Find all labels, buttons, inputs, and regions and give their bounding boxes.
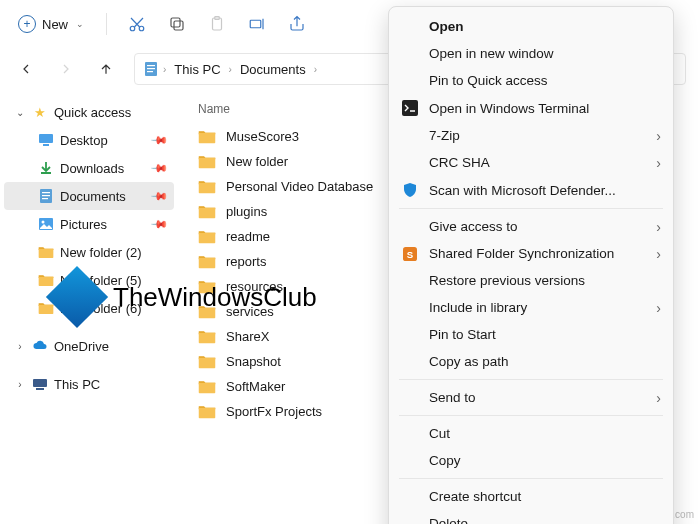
paste-button[interactable] bbox=[199, 6, 235, 42]
terminal-icon bbox=[401, 100, 419, 116]
desktop-icon bbox=[38, 132, 54, 148]
menu-item[interactable]: Copy bbox=[389, 447, 673, 474]
file-name: MuseScore3 bbox=[226, 129, 299, 144]
svg-rect-17 bbox=[402, 100, 418, 116]
menu-item[interactable]: CRC SHA bbox=[389, 149, 673, 176]
download-icon bbox=[38, 160, 54, 176]
file-name: SportFx Projects bbox=[226, 404, 322, 419]
sidebar-item-folder[interactable]: New folder (5) bbox=[4, 266, 174, 294]
svg-rect-10 bbox=[250, 20, 261, 28]
documents-icon bbox=[38, 188, 54, 204]
sidebar-item-documents[interactable]: Documents 📌 bbox=[4, 182, 174, 210]
folder-icon bbox=[38, 244, 54, 260]
menu-item-label: CRC SHA bbox=[429, 155, 490, 170]
file-name: SoftMaker bbox=[226, 379, 285, 394]
rename-button[interactable] bbox=[239, 6, 275, 42]
menu-item[interactable]: Give access to bbox=[389, 213, 673, 240]
shield-icon bbox=[401, 182, 419, 198]
breadcrumb-current[interactable]: Documents bbox=[236, 60, 310, 79]
menu-item[interactable]: Cut bbox=[389, 420, 673, 447]
cut-button[interactable] bbox=[119, 6, 155, 42]
menu-item[interactable]: Send to bbox=[389, 384, 673, 411]
menu-item-label: Open in Windows Terminal bbox=[429, 101, 589, 116]
menu-item[interactable]: Open in Windows Terminal bbox=[389, 94, 673, 122]
star-icon: ★ bbox=[32, 104, 48, 120]
cloud-icon bbox=[32, 338, 48, 354]
menu-item[interactable]: Create shortcut bbox=[389, 483, 673, 510]
sync-icon: S bbox=[401, 247, 419, 261]
menu-item[interactable]: Copy as path bbox=[389, 348, 673, 375]
menu-item-label: Copy bbox=[429, 453, 461, 468]
menu-item-label: Shared Folder Synchronization bbox=[429, 246, 614, 261]
location-icon bbox=[143, 61, 159, 77]
menu-item-label: Open bbox=[429, 19, 464, 34]
chevron-right-icon: › bbox=[314, 64, 317, 75]
forward-button[interactable] bbox=[48, 51, 84, 87]
file-name: Snapshot bbox=[226, 354, 281, 369]
folder-icon bbox=[198, 179, 216, 194]
menu-item-label: Pin to Start bbox=[429, 327, 496, 342]
menu-item-label: Pin to Quick access bbox=[429, 73, 548, 88]
menu-item[interactable]: Open bbox=[389, 13, 673, 40]
svg-rect-12 bbox=[43, 144, 49, 146]
menu-item[interactable]: Restore previous versions bbox=[389, 267, 673, 294]
context-menu: OpenOpen in new windowPin to Quick acces… bbox=[388, 6, 674, 524]
file-name: plugins bbox=[226, 204, 267, 219]
folder-icon bbox=[38, 300, 54, 316]
folder-icon bbox=[198, 354, 216, 369]
expand-icon[interactable]: › bbox=[14, 341, 26, 352]
menu-item[interactable]: Pin to Start bbox=[389, 321, 673, 348]
sidebar-item-folder[interactable]: New folder (6) bbox=[4, 294, 174, 322]
sidebar-item-folder[interactable]: New folder (2) bbox=[4, 238, 174, 266]
file-name: resources bbox=[226, 279, 283, 294]
chevron-right-icon: › bbox=[229, 64, 232, 75]
up-button[interactable] bbox=[88, 51, 124, 87]
sidebar-item-pictures[interactable]: Pictures 📌 bbox=[4, 210, 174, 238]
pin-icon: 📌 bbox=[149, 130, 168, 149]
sidebar-onedrive[interactable]: › OneDrive bbox=[4, 332, 174, 360]
pin-icon: 📌 bbox=[149, 186, 168, 205]
svg-rect-7 bbox=[171, 18, 180, 27]
file-name: reports bbox=[226, 254, 266, 269]
pc-icon bbox=[32, 376, 48, 392]
copy-button[interactable] bbox=[159, 6, 195, 42]
pin-icon: 📌 bbox=[149, 158, 168, 177]
menu-item[interactable]: Open in new window bbox=[389, 40, 673, 67]
menu-item[interactable]: 7-Zip bbox=[389, 122, 673, 149]
pictures-icon bbox=[38, 216, 54, 232]
menu-item[interactable]: Pin to Quick access bbox=[389, 67, 673, 94]
expand-icon[interactable]: ⌄ bbox=[14, 107, 26, 118]
folder-icon bbox=[198, 304, 216, 319]
file-name: ShareX bbox=[226, 329, 269, 344]
menu-item[interactable]: Delete bbox=[389, 510, 673, 524]
sidebar-item-desktop[interactable]: Desktop 📌 bbox=[4, 126, 174, 154]
chevron-down-icon: ⌄ bbox=[76, 19, 84, 29]
menu-item-label: Open in new window bbox=[429, 46, 554, 61]
sidebar-item-downloads[interactable]: Downloads 📌 bbox=[4, 154, 174, 182]
sidebar-quick-access[interactable]: ⌄ ★ Quick access bbox=[4, 98, 174, 126]
chevron-right-icon: › bbox=[163, 64, 166, 75]
breadcrumb-root[interactable]: This PC bbox=[170, 60, 224, 79]
menu-separator bbox=[399, 208, 663, 209]
menu-item[interactable]: Include in library bbox=[389, 294, 673, 321]
folder-icon bbox=[198, 129, 216, 144]
folder-icon bbox=[198, 329, 216, 344]
folder-icon bbox=[198, 154, 216, 169]
sidebar-this-pc[interactable]: › This PC bbox=[4, 370, 174, 398]
share-button[interactable] bbox=[279, 6, 315, 42]
menu-item-label: Restore previous versions bbox=[429, 273, 585, 288]
menu-separator bbox=[399, 379, 663, 380]
back-button[interactable] bbox=[8, 51, 44, 87]
menu-item[interactable]: SShared Folder Synchronization bbox=[389, 240, 673, 267]
menu-item[interactable]: Scan with Microsoft Defender... bbox=[389, 176, 673, 204]
folder-icon bbox=[198, 404, 216, 419]
file-name: readme bbox=[226, 229, 270, 244]
new-button[interactable]: + New ⌄ bbox=[8, 9, 94, 39]
menu-item-label: Give access to bbox=[429, 219, 518, 234]
svg-rect-15 bbox=[33, 379, 47, 387]
menu-separator bbox=[399, 415, 663, 416]
expand-icon[interactable]: › bbox=[14, 379, 26, 390]
folder-icon bbox=[198, 254, 216, 269]
folder-icon bbox=[198, 379, 216, 394]
file-name: New folder bbox=[226, 154, 288, 169]
